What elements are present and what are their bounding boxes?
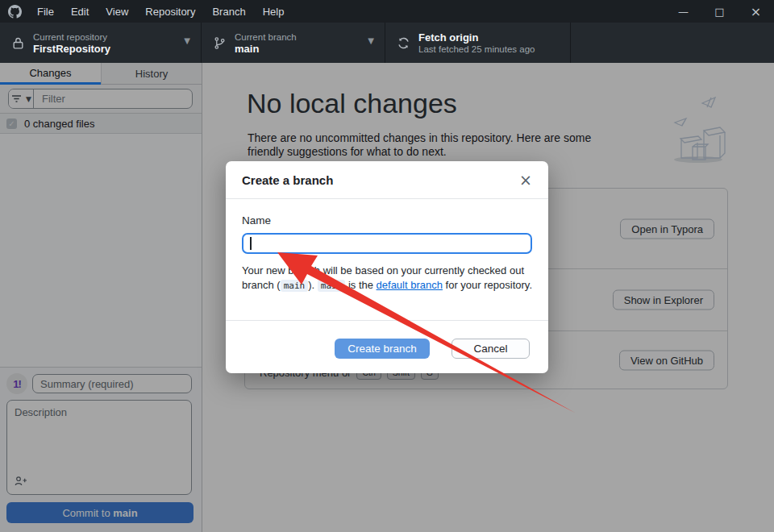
git-branch-icon (213, 36, 227, 50)
create-branch-button[interactable]: Create branch (335, 339, 430, 359)
dialog-title: Create a branch (242, 173, 333, 187)
maximize-button[interactable]: □ (701, 0, 738, 23)
fetch-origin-button[interactable]: Fetch origin Last fetched 25 minutes ago (385, 23, 571, 63)
github-logo-icon (8, 5, 22, 19)
current-repository-selector[interactable]: Current repository FirstRepository ▼ (0, 23, 202, 63)
desc-part3: is the (345, 279, 376, 291)
github-desktop-window: File Edit View Repository Branch Help — … (0, 0, 774, 532)
menu-item-view[interactable]: View (106, 6, 128, 18)
dialog-header: Create a branch × (226, 161, 548, 199)
current-branch-label: Current branch (235, 31, 297, 43)
branch-name-field (242, 233, 532, 254)
toolbar: Current repository FirstRepository ▼ Cur… (0, 23, 774, 63)
create-branch-dialog: Create a branch × Name Your new branch w… (226, 161, 548, 373)
current-branch-value: main (235, 43, 297, 55)
sync-icon (397, 36, 410, 50)
window-controls: — □ × (665, 0, 774, 23)
branch-code-main: main (281, 280, 309, 292)
chevron-down-icon: ▼ (184, 36, 190, 45)
fetch-origin-label: Fetch origin (418, 31, 535, 44)
close-window-button[interactable]: × (738, 0, 774, 23)
text-caret (250, 237, 252, 250)
menu-item-file[interactable]: File (37, 6, 54, 18)
branch-name-label: Name (242, 214, 532, 227)
dialog-close-button[interactable]: × (519, 172, 532, 188)
dialog-body: Name Your new branch will be based on yo… (226, 199, 548, 293)
dialog-description: Your new branch will be based on your cu… (242, 264, 537, 293)
branch-name-input[interactable] (243, 235, 531, 252)
menu-item-edit[interactable]: Edit (71, 6, 89, 18)
menu-bar: File Edit View Repository Branch Help — … (0, 0, 774, 23)
menu-item-branch[interactable]: Branch (212, 6, 245, 18)
chevron-down-icon: ▼ (368, 36, 374, 45)
desc-part4: for your repository. (443, 279, 532, 291)
desc-part2: ). (308, 279, 318, 291)
menu-items: File Edit View Repository Branch Help (37, 6, 301, 18)
menu-item-repository[interactable]: Repository (145, 6, 195, 18)
current-repository-value: FirstRepository (33, 43, 110, 55)
current-branch-selector[interactable]: Current branch main ▼ (202, 23, 385, 63)
minimize-button[interactable]: — (665, 0, 701, 23)
dialog-footer: Create branch Cancel (226, 320, 548, 373)
cancel-button[interactable]: Cancel (452, 339, 530, 359)
branch-code-main-2: main (318, 280, 346, 292)
fetch-origin-status: Last fetched 25 minutes ago (418, 44, 535, 55)
menu-item-help[interactable]: Help (263, 6, 285, 18)
current-repository-label: Current repository (33, 31, 110, 43)
default-branch-link[interactable]: default branch (377, 279, 443, 291)
lock-icon (11, 36, 25, 50)
